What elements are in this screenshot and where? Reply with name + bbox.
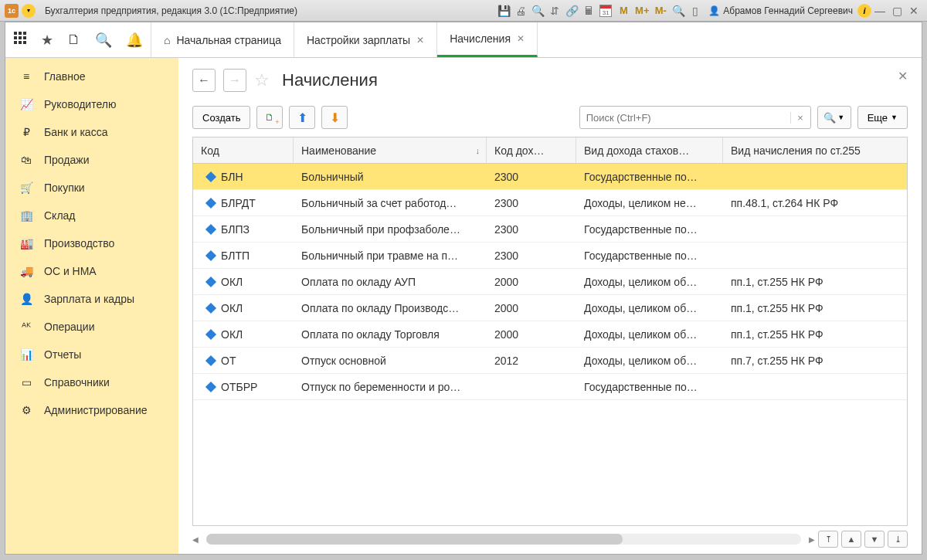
cell-name: Больничный: [294, 171, 487, 183]
sidebar-item[interactable]: ≡Главное: [5, 63, 178, 90]
minimize-button[interactable]: —: [871, 5, 888, 17]
sidebar-item[interactable]: 🛒Покупки: [5, 174, 178, 202]
column-header-charge-type[interactable]: Вид начисления по ст.255: [723, 137, 907, 163]
table-row[interactable]: БЛПЗБольничный при профзаболе…2300Госуда…: [193, 216, 907, 243]
search-global-icon[interactable]: 🔍: [95, 32, 112, 49]
cell-income-type: Государственные по…: [576, 223, 723, 236]
row-marker-icon: [205, 223, 216, 234]
scroll-bottom-button[interactable]: ⤓: [888, 531, 908, 548]
sidebar-item-icon: ᴬᴷ: [19, 321, 33, 333]
m-button[interactable]: M: [614, 2, 633, 19]
home-icon: ⌂: [164, 34, 170, 46]
save-icon[interactable]: 💾: [495, 2, 512, 19]
cell-charge-type: пп.1, ст.255 НК РФ: [723, 328, 907, 341]
table-row[interactable]: ОТБРРОтпуск по беременности и ро…Государ…: [193, 374, 907, 400]
zoom-icon[interactable]: 🔍: [670, 2, 687, 19]
nav-back-button[interactable]: ←: [192, 69, 216, 92]
sidebar-item[interactable]: 📊Отчеты: [5, 341, 178, 368]
link-icon[interactable]: 🔗: [563, 2, 580, 19]
clipboard-icon[interactable]: 🗋: [67, 32, 81, 48]
favorite-icon[interactable]: ★: [41, 32, 53, 49]
calendar-icon[interactable]: 31: [597, 2, 614, 19]
calculator-icon[interactable]: 🖩: [580, 2, 597, 19]
sidebar-item[interactable]: ᴬᴷОперации: [5, 313, 178, 341]
search-box[interactable]: ×: [579, 106, 811, 129]
notifications-icon[interactable]: 🔔: [126, 32, 143, 49]
app-logo-icon: 1c: [5, 4, 19, 18]
cell-name: Оплата по окладу Торговля: [294, 328, 487, 341]
favorite-page-icon[interactable]: ☆: [254, 70, 270, 90]
m-minus-button[interactable]: M-: [651, 2, 670, 19]
cell-income-type: Государственные по…: [576, 249, 723, 262]
row-marker-icon: [205, 302, 216, 313]
sidebar-item[interactable]: ₽Банк и касса: [5, 118, 178, 146]
panel-icon[interactable]: ▯: [687, 2, 704, 19]
nav-forward-button[interactable]: →: [223, 69, 246, 92]
cell-charge-type: пп.1, ст.255 НК РФ: [723, 302, 907, 314]
table-row[interactable]: БЛНБольничный2300Государственные по…: [193, 164, 907, 190]
sidebar-item-label: Администрирование: [44, 404, 148, 416]
scroll-down-button[interactable]: ▼: [864, 531, 885, 548]
search-button[interactable]: 🔍▼: [817, 106, 851, 129]
sidebar-item[interactable]: 🏢Склад: [5, 202, 178, 229]
sidebar-item[interactable]: 🏭Производство: [5, 229, 178, 257]
chevron-down-icon: ▼: [891, 114, 898, 121]
column-header-code[interactable]: Код: [193, 137, 294, 163]
sidebar-item[interactable]: 👤Зарплата и кадры: [5, 285, 178, 313]
row-marker-icon: [205, 276, 216, 287]
print-icon[interactable]: 🖨: [512, 2, 529, 19]
sort-indicator-icon: ↓: [476, 146, 480, 155]
scroll-top-button[interactable]: ⤒: [818, 531, 838, 548]
table-row[interactable]: ОТОтпуск основной2012Доходы, целиком об……: [193, 348, 907, 374]
table-row[interactable]: БЛРДТБольничный за счет работод…2300Дохо…: [193, 190, 907, 216]
create-button[interactable]: Создать: [192, 106, 250, 129]
sidebar-item[interactable]: 🛍Продажи: [5, 146, 178, 174]
maximize-button[interactable]: ▢: [888, 5, 905, 17]
row-marker-icon: [205, 381, 216, 392]
sidebar-item-label: Зарплата и кадры: [44, 293, 134, 305]
m-plus-button[interactable]: M+: [633, 2, 651, 19]
table-row[interactable]: БЛТПБольничный при травме на п…2300Госуд…: [193, 243, 907, 269]
sidebar-item-icon: 📊: [19, 348, 33, 361]
table-row[interactable]: ОКЛОплата по окладу Торговля2000Доходы, …: [193, 321, 907, 348]
chevron-down-icon: ▼: [837, 114, 844, 121]
user-label[interactable]: 👤 Абрамов Геннадий Сергеевич: [708, 5, 853, 16]
titlebar: 1c ▾ Бухгалтерия предприятия, редакция 3…: [0, 0, 927, 22]
tab-salary-settings[interactable]: Настройки зарплаты ✕: [294, 22, 437, 57]
sidebar-item[interactable]: 🚚ОС и НМА: [5, 257, 178, 285]
table-row[interactable]: ОКЛОплата по окладу Производс…2000Доходы…: [193, 295, 907, 321]
tab-close-icon[interactable]: ✕: [517, 33, 525, 44]
h-scrollbar[interactable]: [206, 534, 801, 545]
move-down-button[interactable]: ⬇: [321, 106, 348, 129]
sidebar-item-label: Продажи: [44, 154, 89, 166]
search-clear-icon[interactable]: ×: [790, 112, 810, 124]
scroll-up-button[interactable]: ▲: [841, 531, 861, 548]
scroll-right-icon[interactable]: ▶: [809, 535, 815, 544]
tab-close-icon[interactable]: ✕: [416, 35, 424, 46]
close-window-button[interactable]: ✕: [905, 5, 922, 17]
scroll-left-icon[interactable]: ◀: [192, 535, 199, 544]
compare-icon[interactable]: ⇵: [546, 2, 563, 19]
user-name: Абрамов Геннадий Сергеевич: [723, 5, 853, 16]
tab-home[interactable]: ⌂ Начальная страница: [151, 22, 294, 57]
search-input[interactable]: [580, 112, 790, 124]
tab-charges[interactable]: Начисления ✕: [437, 22, 538, 57]
move-up-button[interactable]: ⬆: [289, 106, 315, 129]
apps-grid-icon[interactable]: [13, 31, 27, 49]
app-menu-dropdown[interactable]: ▾: [22, 4, 36, 18]
close-page-icon[interactable]: ✕: [898, 69, 908, 83]
more-button[interactable]: Еще▼: [857, 106, 908, 129]
column-header-income-type[interactable]: Вид дохода стахов…: [576, 137, 723, 163]
table-row[interactable]: ОКЛОплата по окладу АУП2000Доходы, целик…: [193, 269, 907, 295]
column-header-income-code[interactable]: Код дох…: [487, 137, 576, 163]
top-toolbar: ★ 🗋 🔍 🔔 ⌂ Начальная страница Настройки з…: [5, 22, 922, 58]
column-header-name[interactable]: Наименование↓: [294, 137, 487, 163]
sidebar-item-icon: 🛍: [19, 154, 33, 166]
sidebar-item-icon: ₽: [19, 126, 33, 138]
sidebar-item[interactable]: 📈Руководителю: [5, 90, 178, 118]
sidebar-item[interactable]: ▭Справочники: [5, 368, 178, 396]
preview-icon[interactable]: 🔍: [529, 2, 546, 19]
info-icon[interactable]: i: [857, 4, 871, 18]
sidebar-item[interactable]: ⚙Администрирование: [5, 396, 178, 424]
copy-button[interactable]: 🗋 +: [256, 106, 283, 129]
